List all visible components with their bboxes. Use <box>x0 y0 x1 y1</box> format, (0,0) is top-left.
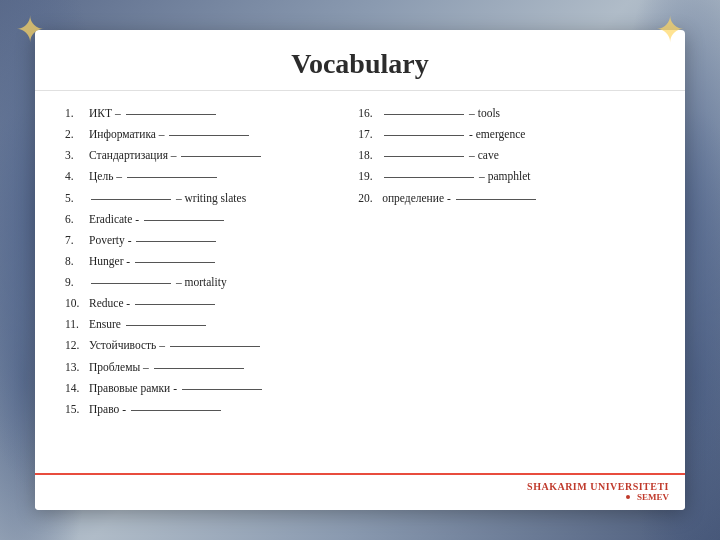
slide-footer: SHAKARIM UNIVERSITETI SEMEV <box>35 473 685 510</box>
list-item: 15. Право - <box>65 399 348 419</box>
list-item: 9. – mortality <box>65 272 348 292</box>
ornament-top-left: ✦ <box>15 12 65 62</box>
list-item: 19. – pamphlet <box>358 166 655 186</box>
list-item: 5. – writing slates <box>65 188 348 208</box>
slide-header: Vocabulary <box>35 30 685 91</box>
list-item: 14. Правовые рамки - <box>65 378 348 398</box>
footer-logo: SHAKARIM UNIVERSITETI SEMEV <box>527 481 669 502</box>
list-item: 1. ИКТ – <box>65 103 348 123</box>
university-subtitle: SEMEV <box>637 492 669 502</box>
list-item: 2. Информатика – <box>65 124 348 144</box>
slide-title: Vocabulary <box>55 48 665 80</box>
list-item: 6. Eradicate - <box>65 209 348 229</box>
university-name: SHAKARIM UNIVERSITETI <box>527 481 669 492</box>
slide-container: Vocabulary 1. ИКТ – 2. Информатика – 3. … <box>35 30 685 510</box>
slide-content: 1. ИКТ – 2. Информатика – 3. Стандартиза… <box>35 91 685 473</box>
list-item: 4. Цель – <box>65 166 348 186</box>
list-item-poverty: 7. Poverty - <box>65 230 348 250</box>
list-item: 10. Reduce - <box>65 293 348 313</box>
list-item: 20. определение - <box>358 188 655 208</box>
list-item: 16. – tools <box>358 103 655 123</box>
list-item: 8. Hunger - <box>65 251 348 271</box>
list-item: 3. Стандартизация – <box>65 145 348 165</box>
list-item: 18. – cave <box>358 145 655 165</box>
list-item: 13. Проблемы – <box>65 357 348 377</box>
ornament-top-right: ✦ <box>655 12 705 62</box>
list-item: 11. Ensure <box>65 314 348 334</box>
right-column: 16. – tools 17. - emergence 18. – cave 1… <box>348 103 655 463</box>
list-item: 12. Устойчивость – <box>65 335 348 355</box>
left-column: 1. ИКТ – 2. Информатика – 3. Стандартиза… <box>65 103 348 463</box>
dot-separator <box>626 495 630 499</box>
list-item: 17. - emergence <box>358 124 655 144</box>
